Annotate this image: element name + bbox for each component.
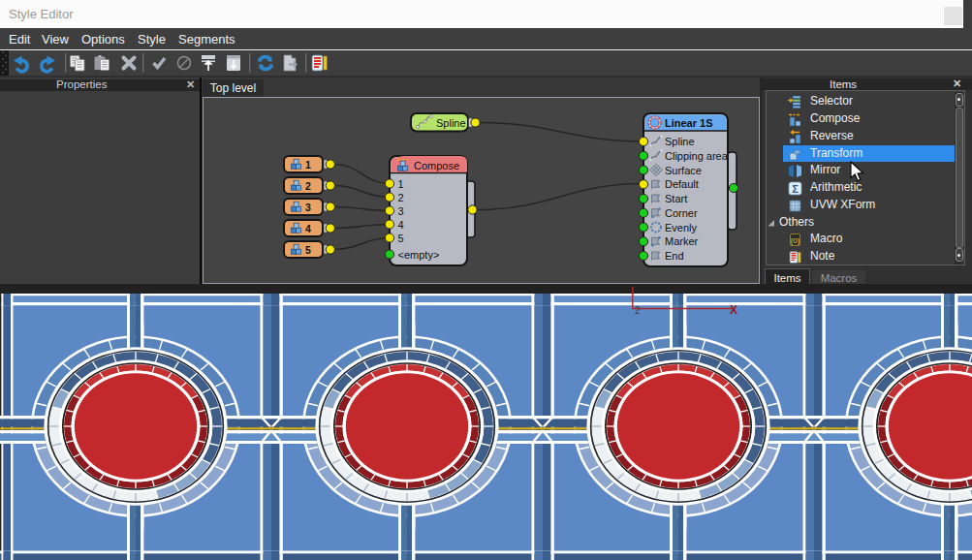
svg-text:X: X <box>730 303 737 317</box>
svg-text:<empty>: <empty> <box>398 249 440 261</box>
svg-text:{0}: {0} <box>791 236 800 245</box>
svg-text:End: End <box>665 250 684 262</box>
svg-text:Corner: Corner <box>665 207 698 219</box>
svg-text:1: 1 <box>398 178 404 190</box>
svg-text:Clipping area: Clipping area <box>665 150 729 162</box>
svg-text:4: 4 <box>398 219 404 231</box>
svg-text:Spline: Spline <box>665 136 695 147</box>
svg-text:Spline: Spline <box>436 117 466 129</box>
svg-text:2: 2 <box>635 305 641 316</box>
svg-text:Linear 1S: Linear 1S <box>665 117 713 129</box>
svg-text:2: 2 <box>398 192 404 203</box>
svg-text:3: 3 <box>305 202 311 213</box>
svg-text:Start: Start <box>665 193 687 204</box>
svg-text:Surface: Surface <box>665 165 702 176</box>
svg-text:5: 5 <box>305 244 311 256</box>
svg-text:5: 5 <box>398 233 404 244</box>
svg-text:Evenly: Evenly <box>665 222 698 233</box>
svg-text:3: 3 <box>398 205 404 217</box>
svg-text:Marker: Marker <box>665 235 699 247</box>
svg-text:Default: Default <box>665 178 699 190</box>
svg-text:Compose: Compose <box>414 160 459 171</box>
svg-text:4: 4 <box>305 223 311 234</box>
svg-text:Σ: Σ <box>792 183 799 195</box>
svg-text:1: 1 <box>305 159 311 171</box>
svg-text:2: 2 <box>305 180 311 192</box>
